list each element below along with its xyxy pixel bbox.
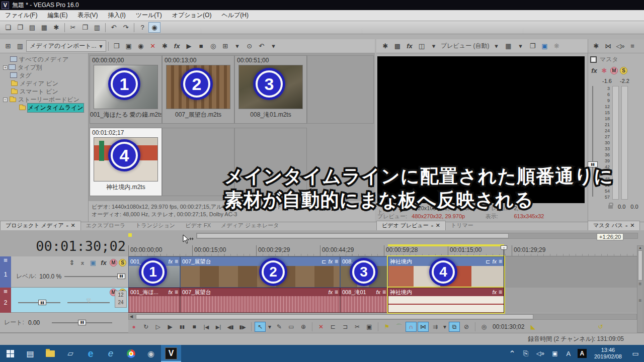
video-clip-007[interactable]: 007_展望台 ⊏ fx ≡	[180, 256, 340, 288]
event-fx-icon[interactable]: fx	[328, 290, 333, 295]
render-as-icon[interactable]: ▦	[38, 22, 50, 33]
get-photo-icon[interactable]: ▣	[123, 41, 135, 51]
event-menu-icon[interactable]: ≡	[335, 289, 338, 296]
file-explorer-button[interactable]	[40, 345, 60, 362]
record-icon[interactable]: ●	[128, 322, 139, 332]
help-icon[interactable]: ?	[136, 22, 148, 33]
start-button[interactable]	[0, 345, 20, 362]
properties-gear-icon[interactable]: ✱	[50, 22, 62, 33]
tree-item-all-media[interactable]: すべてのメディア	[0, 55, 88, 63]
split-event-icon[interactable]: ✂	[352, 322, 363, 332]
menu-item[interactable]: 挿入(I)	[103, 10, 130, 21]
trim-end-icon[interactable]: ⊏	[340, 322, 351, 332]
action-center-button[interactable]: ▭	[627, 345, 644, 362]
track-resize-grip[interactable]: ≡	[637, 282, 643, 286]
chevron-down-icon[interactable]: ▾	[428, 41, 440, 51]
track-menu-icon[interactable]: ≡	[0, 256, 11, 264]
media-fx-icon[interactable]: fx	[171, 41, 183, 51]
master-solo-button[interactable]: S	[620, 67, 627, 74]
video-track-strip[interactable]: ≡ 1	[0, 256, 11, 288]
task-view-button[interactable]: ▤	[20, 345, 40, 362]
marker-tri-icon[interactable]: ◣	[527, 322, 538, 332]
audio-clip-001[interactable]: 001_海ほ... fx ≡	[128, 288, 180, 313]
lock-event-icon[interactable]: ▣	[364, 322, 375, 332]
split-screen-icon[interactable]: ◫	[416, 41, 428, 51]
level-slider[interactable]: ▮▮	[64, 276, 125, 277]
cut-icon[interactable]: ✂	[67, 22, 79, 33]
capture-video-icon[interactable]: ❒	[111, 41, 123, 51]
start-preview-icon[interactable]: ▶	[183, 41, 195, 51]
extract-audio-icon[interactable]: ◉	[135, 41, 147, 51]
scroll-left-icon[interactable]: ◀	[130, 314, 133, 319]
expand-plus-icon[interactable]: +	[3, 65, 8, 70]
tab-video-preview[interactable]: ビデオ プレビュー ▫ ✕	[376, 221, 446, 230]
master-mute-button[interactable]: M	[610, 67, 618, 74]
chevron-down-icon[interactable]: ▾	[268, 41, 280, 51]
minimize-track-icon[interactable]: ⌅	[78, 257, 87, 268]
tab-project-media[interactable]: プロジェクト メディア ▫ ✕	[0, 221, 81, 230]
undo-icon[interactable]: ↶	[108, 22, 120, 33]
search-icon[interactable]: ⊙	[244, 41, 256, 51]
tab-media-generators[interactable]: メディア ジェネレータ	[216, 221, 284, 230]
tree-item-storyboard-bin[interactable]: − ストーリーボードビン	[0, 96, 88, 104]
selection-tool-icon[interactable]: ▭	[286, 322, 297, 332]
views-icon[interactable]: ⊞	[219, 41, 231, 51]
external-monitor-icon[interactable]: ❋	[550, 41, 562, 51]
vegas-taskbar-button[interactable]: V	[161, 345, 181, 362]
scrollbar-thumb[interactable]	[136, 314, 533, 319]
event-menu-icon[interactable]: ≡	[382, 289, 386, 296]
auto-crossfade-icon[interactable]: ⋈	[418, 322, 429, 332]
lock-envelopes-icon[interactable]: ⧉	[449, 322, 460, 332]
play-icon[interactable]: ▶	[165, 322, 176, 332]
stop-preview-icon[interactable]: ■	[195, 41, 207, 51]
event-fx-icon[interactable]: fx	[492, 258, 497, 264]
menu-item[interactable]: ヘルプ(H)	[216, 10, 254, 21]
previous-frame-icon[interactable]: ◀▮	[225, 322, 236, 332]
timeline-v-scrollbar[interactable]: ▲ ≡ ≡	[637, 245, 643, 333]
playhead-line[interactable]	[504, 249, 504, 313]
new-project-icon[interactable]: ❏	[2, 22, 14, 33]
media-list-view-icon[interactable]: ⊞	[2, 41, 14, 51]
loop-start-marker[interactable]	[128, 233, 132, 237]
tab-trimmer[interactable]: トリマー	[446, 221, 478, 230]
track-fx-icon[interactable]: fx	[99, 257, 108, 268]
insert-marker-icon[interactable]: ⚑	[381, 322, 392, 332]
snap-magnet-icon[interactable]: ∩	[406, 322, 417, 332]
float-window-icon[interactable]: ▫	[431, 223, 433, 229]
tray-expand-button[interactable]: ⌃	[506, 345, 519, 362]
preview-quality-button[interactable]: プレビュー (自動)	[441, 42, 489, 50]
ignore-grouping-icon[interactable]: ⊘	[461, 322, 472, 332]
pan-crop-icon[interactable]: ⊏	[486, 259, 490, 264]
tree-item-smart-bin[interactable]: スマート ビン	[0, 87, 88, 96]
delete-icon[interactable]: ✕	[315, 322, 327, 332]
timeline-top-scrollbar[interactable]	[196, 233, 638, 239]
tree-item-by-type[interactable]: + タイプ別	[0, 63, 88, 71]
save-snapshot-icon[interactable]: ▣	[538, 41, 550, 51]
float-window-icon[interactable]: ▫	[66, 223, 68, 229]
close-icon[interactable]: ✕	[630, 222, 634, 229]
normal-edit-tool-icon[interactable]: ↖	[255, 322, 266, 332]
tab-explorer[interactable]: エクスプローラ	[81, 221, 131, 230]
mixer-faders-icon[interactable]: ≡	[626, 41, 638, 51]
loop-region-icon[interactable]: ↺	[595, 322, 606, 332]
event-fx-icon[interactable]: fx	[168, 290, 173, 295]
master-meter-icon[interactable]	[590, 56, 597, 63]
ime-tool-button[interactable]: A	[575, 345, 589, 362]
auto-ripple-icon[interactable]: ⇉	[430, 322, 441, 332]
video-output-fx-icon[interactable]: ▩	[391, 41, 404, 51]
next-frame-icon[interactable]: ▮▶	[237, 322, 248, 332]
event-menu-icon[interactable]: ≡	[175, 289, 178, 296]
tab-video-fx[interactable]: ビデオ FX	[180, 221, 216, 230]
overlays-grid-icon[interactable]: ▦	[502, 41, 514, 51]
selection-region-bar[interactable]	[388, 244, 504, 246]
chevron-down-icon[interactable]: ▾	[231, 41, 244, 51]
cursor-pin-icon[interactable]: ◎	[478, 322, 490, 332]
close-icon[interactable]: ✕	[436, 222, 440, 229]
scrollbar-thumb[interactable]	[197, 233, 509, 238]
loop-playback-icon[interactable]: ↻	[140, 322, 151, 332]
event-menu-icon[interactable]: ≡	[335, 258, 338, 265]
chrome-button[interactable]	[121, 345, 141, 362]
level-slider-handle[interactable]: ▮▮	[117, 274, 125, 279]
open-icon[interactable]: ❐	[14, 22, 26, 33]
event-menu-icon[interactable]: ≡	[175, 258, 178, 265]
